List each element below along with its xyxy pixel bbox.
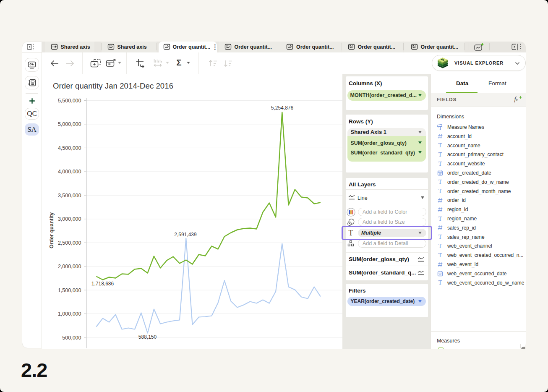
svg-text:1,718,686: 1,718,686 — [91, 280, 114, 286]
svg-text:1,000,000: 1,000,000 — [57, 311, 81, 317]
svg-text:3,500,000: 3,500,000 — [57, 192, 81, 198]
svg-text:2,591,439: 2,591,439 — [174, 232, 197, 238]
svg-text:4,000,000: 4,000,000 — [57, 169, 81, 175]
svg-text:5,254,876: 5,254,876 — [271, 105, 293, 110]
svg-text:500,000: 500,000 — [62, 335, 81, 340]
svg-text:1,500,000: 1,500,000 — [57, 287, 81, 293]
svg-text:2,500,000: 2,500,000 — [57, 240, 81, 246]
svg-text:2,000,000: 2,000,000 — [57, 264, 81, 269]
svg-text:4,500,000: 4,500,000 — [57, 145, 81, 151]
svg-text:5,000,000: 5,000,000 — [57, 121, 81, 127]
svg-text:3,000,000: 3,000,000 — [57, 216, 81, 222]
svg-text:Order quantity: Order quantity — [49, 212, 55, 248]
svg-text:5,500,000: 5,500,000 — [57, 98, 81, 104]
svg-text:588,150: 588,150 — [138, 334, 157, 340]
